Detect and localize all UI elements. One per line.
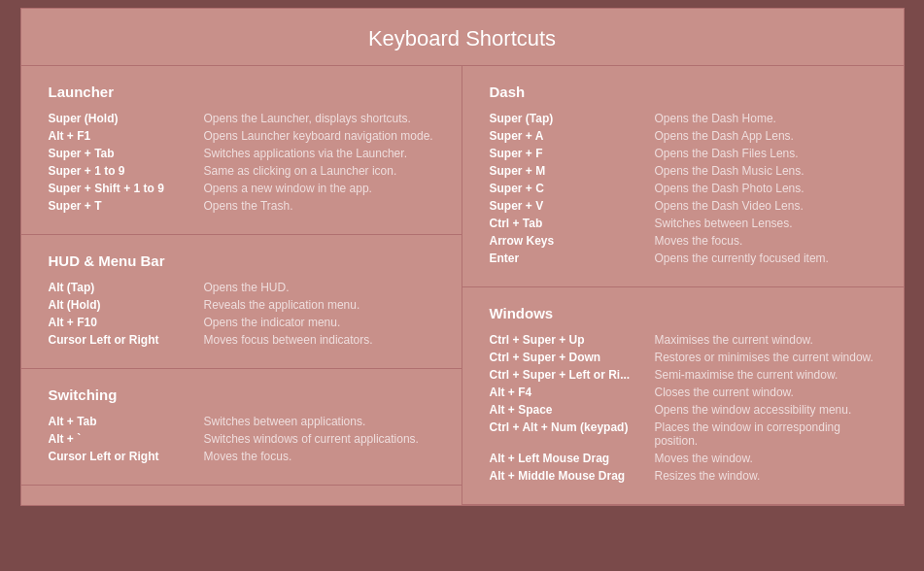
left-column: Launcher Super (Hold)Opens the Launcher,… — [21, 66, 462, 505]
shortcut-item: Alt + `Switches windows of current appli… — [49, 432, 438, 446]
shortcut-item: Super + COpens the Dash Photo Lens. — [490, 182, 876, 195]
shortcut-item: Alt + F1Opens Launcher keyboard navigati… — [49, 129, 438, 143]
shortcut-desc: Opens the Trash. — [204, 199, 293, 213]
shortcut-desc: Moves focus between indicators. — [204, 333, 373, 347]
shortcut-key: Cursor Left or Right — [49, 450, 204, 463]
shortcut-desc: Opens the Dash Video Lens. — [655, 199, 804, 213]
shortcut-desc: Switches applications via the Launcher. — [204, 147, 407, 160]
shortcut-key: Ctrl + Super + Left or Ri... — [490, 368, 655, 382]
shortcut-item: Super + VOpens the Dash Video Lens. — [490, 199, 876, 213]
shortcut-key: Super + C — [490, 182, 655, 195]
shortcut-item: Alt + Left Mouse DragMoves the window. — [490, 452, 876, 465]
shortcut-item: Arrow KeysMoves the focus. — [490, 234, 876, 248]
shortcut-item: Super + TabSwitches applications via the… — [49, 147, 438, 160]
shortcut-key: Alt (Tap) — [49, 281, 204, 294]
shortcut-item: Super + AOpens the Dash App Lens. — [490, 129, 876, 143]
content-grid: Launcher Super (Hold)Opens the Launcher,… — [21, 66, 904, 505]
shortcut-item: Alt (Tap)Opens the HUD. — [49, 281, 438, 294]
shortcut-item: Alt (Hold)Reveals the application menu. — [49, 298, 438, 312]
shortcut-desc: Moves the focus. — [655, 234, 743, 248]
shortcut-item: Alt + F10Opens the indicator menu. — [49, 316, 438, 329]
hud-shortcut-list: Alt (Tap)Opens the HUD.Alt (Hold)Reveals… — [49, 281, 438, 347]
shortcut-desc: Opens the currently focused item. — [655, 252, 829, 265]
dash-title: Dash — [490, 84, 876, 100]
shortcut-key: Ctrl + Super + Up — [490, 333, 655, 347]
shortcut-item: Super + 1 to 9Same as clicking on a Laun… — [49, 164, 438, 178]
shortcut-item: Cursor Left or RightMoves focus between … — [49, 333, 438, 347]
shortcut-key: Arrow Keys — [490, 234, 655, 248]
shortcut-item: Super + Shift + 1 to 9Opens a new window… — [49, 182, 438, 195]
shortcut-desc: Opens the Dash App Lens. — [655, 129, 794, 143]
dash-shortcut-list: Super (Tap)Opens the Dash Home.Super + A… — [490, 112, 876, 265]
shortcut-item: Ctrl + Super + DownRestores or minimises… — [490, 351, 876, 364]
windows-shortcut-list: Ctrl + Super + UpMaximises the current w… — [490, 333, 876, 483]
shortcut-key: Alt + Tab — [49, 415, 204, 428]
shortcut-desc: Switches windows of current applications… — [204, 432, 419, 446]
shortcut-item: Super + TOpens the Trash. — [49, 199, 438, 213]
shortcut-item: Ctrl + Super + UpMaximises the current w… — [490, 333, 876, 347]
shortcut-key: Alt + ` — [49, 432, 204, 446]
windows-section: Windows Ctrl + Super + UpMaximises the c… — [462, 287, 904, 505]
shortcut-key: Cursor Left or Right — [49, 333, 204, 347]
shortcut-item: Super (Tap)Opens the Dash Home. — [490, 112, 876, 125]
shortcut-item: Super + FOpens the Dash Files Lens. — [490, 147, 876, 160]
shortcut-item: Alt + TabSwitches between applications. — [49, 415, 438, 428]
shortcut-item: Ctrl + Super + Left or Ri...Semi-maximis… — [490, 368, 876, 382]
shortcut-desc: Opens the Dash Music Lens. — [655, 164, 804, 178]
shortcut-desc: Resizes the window. — [655, 469, 761, 483]
shortcut-key: Alt + Space — [490, 403, 655, 417]
shortcut-desc: Reveals the application menu. — [204, 298, 360, 312]
shortcut-key: Alt + F1 — [49, 129, 204, 143]
shortcut-key: Alt (Hold) — [49, 298, 204, 312]
shortcut-key: Super (Tap) — [490, 112, 655, 125]
shortcut-key: Super + A — [490, 129, 655, 143]
switching-title: Switching — [49, 386, 438, 403]
shortcut-key: Super + 1 to 9 — [49, 164, 204, 178]
windows-title: Windows — [490, 305, 876, 321]
shortcut-desc: Opens the Launcher, displays shortcuts. — [204, 112, 411, 125]
shortcut-key: Ctrl + Tab — [490, 217, 655, 230]
shortcut-desc: Semi-maximise the current window. — [655, 368, 838, 382]
shortcut-item: Ctrl + Alt + Num (keypad)Places the wind… — [490, 420, 876, 448]
shortcut-key: Alt + F4 — [490, 386, 655, 399]
shortcut-key: Super + Shift + 1 to 9 — [49, 182, 204, 195]
shortcut-key: Enter — [490, 252, 655, 265]
shortcut-desc: Opens the HUD. — [204, 281, 290, 294]
hud-title: HUD & Menu Bar — [49, 252, 438, 269]
shortcut-item: Alt + Middle Mouse DragResizes the windo… — [490, 469, 876, 483]
shortcut-key: Alt + Left Mouse Drag — [490, 452, 655, 465]
launcher-shortcut-list: Super (Hold)Opens the Launcher, displays… — [49, 112, 438, 213]
shortcut-desc: Maximises the current window. — [655, 333, 813, 347]
shortcut-key: Super + Tab — [49, 147, 204, 160]
shortcut-item: Super (Hold)Opens the Launcher, displays… — [49, 112, 438, 125]
shortcut-key: Alt + F10 — [49, 316, 204, 329]
shortcut-item: Super + MOpens the Dash Music Lens. — [490, 164, 876, 178]
shortcut-desc: Switches between Lenses. — [655, 217, 793, 230]
shortcut-item: Cursor Left or RightMoves the focus. — [49, 450, 438, 463]
launcher-title: Launcher — [49, 84, 438, 100]
hud-section: HUD & Menu Bar Alt (Tap)Opens the HUD.Al… — [21, 235, 462, 369]
dash-section: Dash Super (Tap)Opens the Dash Home.Supe… — [462, 66, 904, 287]
shortcut-key: Super + F — [490, 147, 655, 160]
switching-shortcut-list: Alt + TabSwitches between applications.A… — [49, 415, 438, 463]
shortcut-desc: Opens the Dash Files Lens. — [655, 147, 799, 160]
shortcut-desc: Moves the focus. — [204, 450, 292, 463]
shortcut-key: Super + M — [490, 164, 655, 178]
shortcut-item: Alt + SpaceOpens the window accessibilit… — [490, 403, 876, 417]
shortcut-desc: Restores or minimises the current window… — [655, 351, 873, 364]
shortcut-key: Ctrl + Alt + Num (keypad) — [490, 420, 655, 434]
shortcut-desc: Switches between applications. — [204, 415, 366, 428]
shortcut-key: Ctrl + Super + Down — [490, 351, 655, 364]
shortcut-desc: Opens the indicator menu. — [204, 316, 341, 329]
shortcut-desc: Opens Launcher keyboard navigation mode. — [204, 129, 433, 143]
shortcut-desc: Opens the Dash Photo Lens. — [655, 182, 804, 195]
shortcut-key: Super + T — [49, 199, 204, 213]
right-column: Dash Super (Tap)Opens the Dash Home.Supe… — [462, 66, 904, 505]
shortcut-desc: Opens the Dash Home. — [655, 112, 776, 125]
shortcut-desc: Places the window in corresponding posit… — [655, 420, 876, 448]
shortcut-item: EnterOpens the currently focused item. — [490, 252, 876, 265]
switching-section: Switching Alt + TabSwitches between appl… — [21, 369, 462, 486]
shortcut-key: Super (Hold) — [49, 112, 204, 125]
shortcut-key: Alt + Middle Mouse Drag — [490, 469, 655, 483]
shortcut-item: Ctrl + TabSwitches between Lenses. — [490, 217, 876, 230]
